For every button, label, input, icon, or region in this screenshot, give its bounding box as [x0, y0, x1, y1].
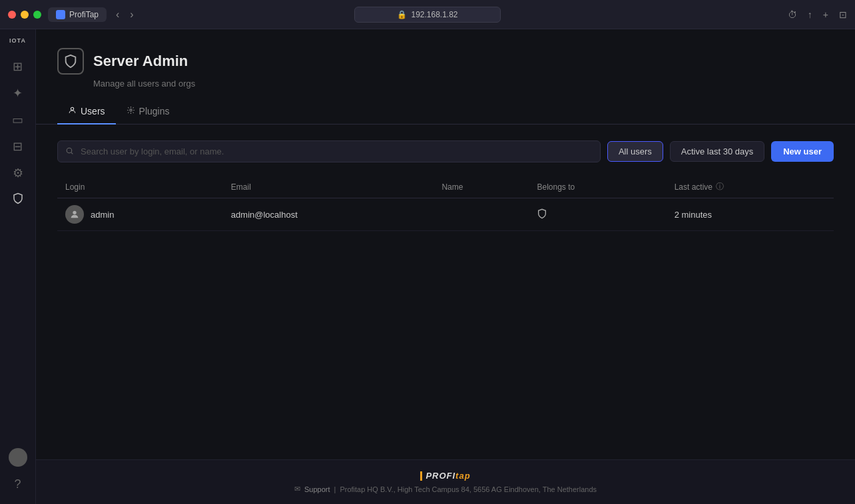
dashboard-icon: ⊞: [13, 59, 23, 74]
col-header-name: Name: [433, 176, 529, 198]
search-icon: [65, 146, 74, 157]
footer-separator: |: [334, 485, 336, 493]
col-header-login: Login: [57, 176, 223, 198]
tab-favicon: [56, 10, 65, 19]
lock-icon: 🔒: [397, 10, 407, 19]
help-icon: ?: [14, 477, 21, 491]
tabs-bar: Users Plugins: [36, 99, 855, 125]
table-row[interactable]: admin admin@localhost 2 mi: [57, 198, 834, 231]
col-header-email: Email: [223, 176, 434, 198]
footer-support: ✉ Support | Profitap HQ B.V., High Tech …: [36, 485, 855, 493]
content-body: All users Active last 30 days New user L…: [36, 125, 855, 459]
browser-tab[interactable]: ProfiTap: [48, 7, 107, 22]
plugins-tab-icon: [127, 106, 135, 117]
svg-point-4: [73, 211, 76, 214]
page-title: Server Admin: [93, 53, 188, 70]
url-bar[interactable]: 🔒 192.168.1.82: [354, 7, 501, 23]
search-input-wrapper: [57, 140, 601, 162]
footer-logo-text: PROFItap: [426, 471, 470, 481]
user-avatar-sm: [65, 205, 84, 224]
cell-login: admin: [57, 198, 223, 231]
cell-email: admin@localhost: [223, 198, 434, 231]
tab-users[interactable]: Users: [57, 99, 116, 125]
sidebar-item-settings[interactable]: ⚙: [6, 161, 30, 185]
last-active-info-icon[interactable]: ⓘ: [716, 181, 724, 192]
col-header-last-active: Last active ⓘ: [667, 176, 834, 198]
sidebar-item-shield[interactable]: [6, 188, 30, 212]
titlebar-actions: ⏱ ↑ + ⊡: [788, 9, 847, 20]
globe-icon: ✦: [13, 86, 23, 101]
support-link[interactable]: Support: [304, 485, 330, 493]
footer-address: Profitap HQ B.V., High Tech Campus 84, 5…: [340, 485, 597, 493]
page-header-top: Server Admin: [57, 48, 834, 75]
table-header: Login Email Name Belongs to: [57, 176, 834, 198]
storage-icon: ⊟: [13, 139, 23, 154]
search-bar: All users Active last 30 days New user: [57, 140, 834, 162]
cell-belongs-to: [529, 198, 666, 231]
close-button[interactable]: [8, 11, 16, 19]
tab-plugins-label: Plugins: [139, 106, 170, 117]
tab-users-label: Users: [81, 106, 105, 117]
cell-name: [433, 198, 529, 231]
shield-sidebar-icon: [12, 192, 24, 208]
sidebar-bottom: ?: [6, 448, 30, 496]
history-icon[interactable]: ⏱: [788, 9, 797, 20]
settings-icon: ⚙: [13, 166, 23, 180]
monitor-icon: ▭: [12, 113, 23, 127]
new-user-button[interactable]: New user: [771, 141, 834, 162]
help-button[interactable]: ?: [6, 472, 30, 496]
page-subtitle: Manage all users and orgs: [93, 79, 834, 89]
users-tab-icon: [68, 106, 77, 117]
new-tab-icon[interactable]: +: [823, 9, 828, 20]
search-input[interactable]: [57, 140, 601, 162]
sidebar-item-monitor[interactable]: ▭: [6, 108, 30, 132]
titlebar: ProfiTap ‹ › 🔒 192.168.1.82 ⏱ ↑ + ⊡: [0, 0, 855, 29]
sidebar-logo: IOTA: [9, 37, 26, 44]
sidebar-toggle-icon[interactable]: ⊡: [839, 9, 847, 20]
sidebar-item-storage[interactable]: ⊟: [6, 134, 30, 158]
col-header-belongs-to: Belongs to: [529, 176, 666, 198]
minimize-button[interactable]: [21, 11, 29, 19]
svg-point-0: [71, 107, 73, 110]
mail-icon: ✉: [294, 485, 300, 493]
footer-logo: PROFItap: [36, 471, 855, 481]
footer-logo-bar: [420, 471, 422, 481]
page-shield-icon: [57, 48, 84, 75]
maximize-button[interactable]: [33, 11, 41, 19]
nav-controls: ‹ ›: [113, 7, 137, 22]
active-last-30-filter[interactable]: Active last 30 days: [670, 141, 764, 162]
sidebar: IOTA ⊞ ✦ ▭ ⊟ ⚙ ?: [0, 29, 36, 504]
back-button[interactable]: ‹: [113, 7, 122, 22]
share-icon[interactable]: ↑: [808, 9, 812, 20]
footer: PROFItap ✉ Support | Profitap HQ B.V., H…: [36, 459, 855, 504]
users-table: Login Email Name Belongs to: [57, 176, 834, 231]
traffic-lights: [8, 11, 41, 19]
tab-label: ProfiTap: [69, 10, 99, 19]
sidebar-item-globe[interactable]: ✦: [6, 81, 30, 105]
svg-point-1: [129, 109, 131, 111]
tab-plugins[interactable]: Plugins: [116, 99, 180, 125]
page-header: Server Admin Manage all users and orgs: [36, 29, 855, 99]
forward-button[interactable]: ›: [127, 7, 136, 22]
svg-line-3: [71, 152, 73, 154]
all-users-filter[interactable]: All users: [607, 141, 663, 162]
sidebar-item-dashboard[interactable]: ⊞: [6, 55, 30, 79]
cell-last-active: 2 minutes: [667, 198, 834, 231]
main-layout: IOTA ⊞ ✦ ▭ ⊟ ⚙ ?: [0, 29, 855, 504]
table-body: admin admin@localhost 2 mi: [57, 198, 834, 231]
url-text: 192.168.1.82: [411, 10, 457, 19]
content-area: Server Admin Manage all users and orgs U…: [36, 29, 855, 504]
belongs-to-shield-icon: [537, 211, 547, 221]
svg-point-2: [67, 148, 72, 153]
user-avatar[interactable]: [9, 448, 27, 467]
